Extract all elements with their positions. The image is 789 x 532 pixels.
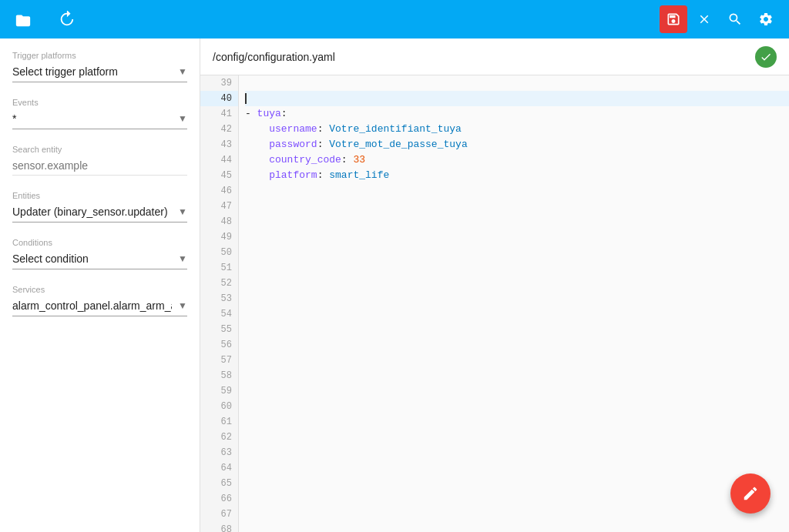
code-line: platform: smart_life (245, 168, 789, 183)
services-select-wrapper[interactable]: alarm_control_panel.alarm_arm_aw... ▼ (12, 299, 187, 316)
line-number: 47 (200, 199, 238, 214)
line-number: 68 (200, 522, 238, 532)
line-number: 40 (200, 91, 238, 106)
line-number: 58 (200, 368, 238, 383)
line-number: 59 (200, 383, 238, 399)
line-number: 39 (200, 75, 238, 91)
trigger-platforms-section: Trigger platforms Select trigger platfor… (12, 51, 187, 82)
code-line (245, 276, 789, 291)
entities-label: Entities (12, 191, 187, 200)
code-line (245, 199, 789, 214)
edit-fab[interactable] (730, 473, 771, 514)
code-line (245, 476, 789, 491)
code-line (245, 507, 789, 522)
search-entity-label: Search entity (12, 145, 187, 154)
services-label: Services (12, 285, 187, 294)
code-line (245, 214, 789, 229)
entities-select-wrapper[interactable]: Updater (binary_sensor.updater) ▼ (12, 205, 187, 223)
editor-filename: /config/configuration.yaml (213, 51, 335, 63)
code-content[interactable]: - tuya: username: Votre_identifiant_tuya… (239, 75, 789, 532)
line-number: 50 (200, 245, 238, 260)
code-line (245, 229, 789, 245)
line-number: 46 (200, 183, 238, 199)
folder-icon[interactable] (9, 5, 37, 33)
file-saved-icon (755, 46, 777, 68)
code-line (245, 353, 789, 368)
line-number: 56 (200, 337, 238, 353)
conditions-select[interactable]: Select condition (12, 253, 187, 265)
code-line (245, 91, 789, 106)
trigger-platforms-select[interactable]: Select trigger platform (12, 65, 187, 78)
code-line: password: Votre_mot_de_passe_tuya (245, 137, 789, 152)
settings-button[interactable] (752, 5, 780, 33)
code-line (245, 183, 789, 199)
code-line: - tuya: (245, 106, 789, 122)
events-select[interactable]: * (12, 112, 187, 125)
search-entity-section: Search entity (12, 145, 187, 176)
code-line (245, 291, 789, 306)
services-select[interactable]: alarm_control_panel.alarm_arm_aw... (12, 299, 187, 312)
save-button[interactable] (660, 5, 687, 33)
line-number: 42 (200, 122, 238, 137)
line-number: 45 (200, 168, 238, 183)
toolbar (0, 0, 789, 38)
code-line (245, 260, 789, 276)
main-layout: Trigger platforms Select trigger platfor… (0, 38, 789, 532)
sidebar: Trigger platforms Select trigger platfor… (0, 38, 200, 532)
line-number: 43 (200, 137, 238, 152)
line-number: 49 (200, 229, 238, 245)
conditions-select-wrapper[interactable]: Select condition ▼ (12, 252, 187, 269)
conditions-section: Conditions Select condition ▼ (12, 238, 187, 269)
code-line (245, 306, 789, 322)
conditions-label: Conditions (12, 238, 187, 247)
history-icon[interactable] (52, 5, 80, 33)
line-number: 57 (200, 353, 238, 368)
toolbar-right (660, 5, 780, 33)
code-line (245, 399, 789, 414)
code-line (245, 337, 789, 353)
trigger-platforms-select-wrapper[interactable]: Select trigger platform ▼ (12, 65, 187, 82)
line-number: 54 (200, 306, 238, 322)
line-number: 53 (200, 291, 238, 306)
entities-select[interactable]: Updater (binary_sensor.updater) (12, 206, 187, 218)
line-number: 41 (200, 106, 238, 122)
code-line (245, 414, 789, 430)
close-button[interactable] (690, 5, 718, 33)
entities-section: Entities Updater (binary_sensor.updater)… (12, 191, 187, 223)
code-line (245, 368, 789, 383)
code-line (245, 75, 789, 91)
editor-header: /config/configuration.yaml (200, 38, 789, 75)
line-number: 64 (200, 460, 238, 476)
trigger-platforms-label: Trigger platforms (12, 51, 187, 60)
line-number: 55 (200, 322, 238, 337)
line-number: 52 (200, 276, 238, 291)
code-line (245, 245, 789, 260)
line-number: 65 (200, 476, 238, 491)
code-line (245, 322, 789, 337)
code-line (245, 445, 789, 460)
editor-panel: /config/configuration.yaml 3940414243444… (200, 38, 789, 532)
events-select-wrapper[interactable]: * ▼ (12, 112, 187, 129)
line-number: 63 (200, 445, 238, 460)
line-number: 62 (200, 430, 238, 445)
line-number: 66 (200, 491, 238, 507)
line-number: 67 (200, 507, 238, 522)
line-number: 51 (200, 260, 238, 276)
line-number: 48 (200, 214, 238, 229)
code-line: country_code: 33 (245, 152, 789, 168)
editor-body[interactable]: 3940414243444546474849505152535455565758… (200, 75, 789, 532)
line-number: 61 (200, 414, 238, 430)
line-numbers: 3940414243444546474849505152535455565758… (200, 75, 239, 532)
code-line (245, 522, 789, 532)
code-line (245, 491, 789, 507)
services-section: Services alarm_control_panel.alarm_arm_a… (12, 285, 187, 316)
line-number: 44 (200, 152, 238, 168)
search-entity-input[interactable] (12, 159, 187, 176)
search-button[interactable] (721, 5, 749, 33)
code-line: username: Votre_identifiant_tuya (245, 122, 789, 137)
events-section: Events * ▼ (12, 98, 187, 129)
line-number: 60 (200, 399, 238, 414)
code-line (245, 430, 789, 445)
code-line (245, 460, 789, 476)
code-line (245, 383, 789, 399)
